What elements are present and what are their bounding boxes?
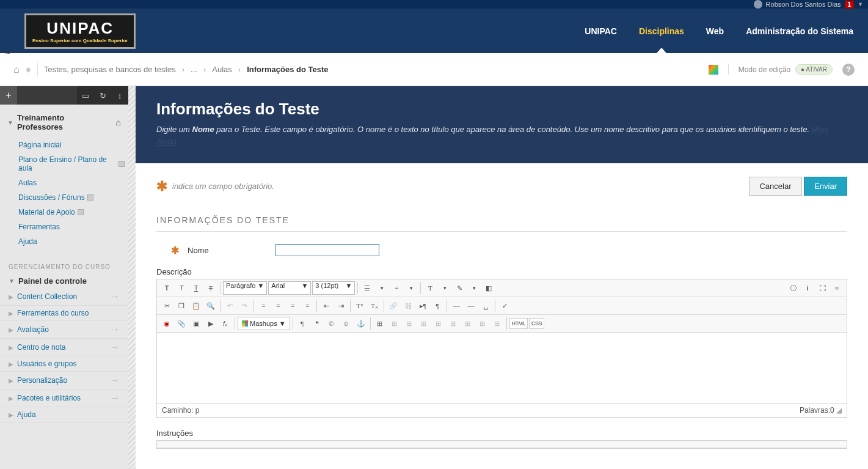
symbol-icon[interactable]: © bbox=[325, 317, 338, 330]
bold-icon[interactable]: T bbox=[160, 281, 173, 295]
course-home-icon[interactable]: ⌂ bbox=[116, 117, 121, 127]
html-button[interactable]: HTML bbox=[509, 318, 528, 329]
table-icon[interactable]: ⊞ bbox=[373, 317, 387, 330]
superscript-icon[interactable]: Tˣ bbox=[353, 299, 367, 312]
caret-down-icon[interactable]: ▼ bbox=[467, 281, 481, 295]
list-bullet-icon[interactable]: ☰ bbox=[360, 281, 374, 295]
paste-icon[interactable]: 📋 bbox=[189, 299, 203, 312]
mashups-button[interactable]: Mashups ▼ bbox=[238, 317, 290, 330]
cp-avaliacao[interactable]: ▶Avaliação→ bbox=[0, 321, 128, 339]
find-icon[interactable]: 🔍 bbox=[204, 299, 217, 312]
cp-content-collection[interactable]: ▶Content Collection→ bbox=[0, 288, 128, 306]
folder-icon[interactable]: ▭ bbox=[77, 86, 94, 105]
copy-icon[interactable]: ❐ bbox=[175, 299, 188, 312]
text-color-icon[interactable]: T bbox=[423, 281, 437, 295]
table-props-icon[interactable]: ⊞ bbox=[491, 317, 504, 330]
css-button[interactable]: CSS bbox=[529, 318, 544, 329]
breadcrumb-item[interactable]: Aulas bbox=[212, 65, 232, 74]
unlink-icon[interactable]: ⛓ bbox=[401, 299, 415, 312]
logo[interactable]: UNIPAC Ensino Superior com Qualidade Sup… bbox=[24, 13, 136, 49]
theme-icon[interactable] bbox=[709, 65, 718, 75]
strike-icon[interactable]: T bbox=[204, 281, 217, 295]
nav-web[interactable]: Web bbox=[704, 9, 726, 53]
name-input[interactable] bbox=[275, 244, 379, 256]
redo-icon[interactable]: ↷ bbox=[238, 299, 251, 312]
cancel-button[interactable]: Cancelar bbox=[749, 177, 801, 196]
record-icon[interactable]: ◉ bbox=[160, 317, 173, 330]
paragraph-select[interactable]: Parágrafo ▼ bbox=[223, 281, 267, 295]
font-select[interactable]: Arial ▼ bbox=[268, 281, 311, 295]
table-row-icon[interactable]: ⊞ bbox=[388, 317, 401, 330]
breadcrumb-item[interactable]: Testes, pesquisas e bancos de testes bbox=[44, 65, 176, 74]
formula-icon[interactable]: fₓ bbox=[219, 317, 232, 330]
dropdown-caret-icon[interactable]: ▼ bbox=[858, 1, 863, 7]
cut-icon[interactable]: ✂ bbox=[160, 299, 173, 312]
size-select[interactable]: 3 (12pt) ▼ bbox=[312, 281, 355, 295]
caret-down-icon[interactable]: ▼ bbox=[375, 281, 388, 295]
cp-ferramentas-curso[interactable]: ▶Ferramentas do curso bbox=[0, 306, 128, 321]
outdent-icon[interactable]: ⇤ bbox=[319, 299, 333, 312]
emoji-icon[interactable]: ☺ bbox=[340, 317, 353, 330]
menu-discussoes[interactable]: Discussões / Fóruns bbox=[15, 190, 128, 205]
breadcrumb-dropdown-icon[interactable]: ◉ bbox=[26, 66, 31, 73]
home-icon[interactable]: ⌂ bbox=[13, 64, 20, 75]
table-cell-icon[interactable]: ⊞ bbox=[417, 317, 431, 330]
resize-icon[interactable]: ◢ bbox=[836, 406, 842, 415]
table-del-col-icon[interactable]: ⊞ bbox=[476, 317, 489, 330]
editor-textarea[interactable] bbox=[157, 333, 847, 403]
hr-icon[interactable]: — bbox=[464, 299, 478, 312]
align-justify-icon[interactable]: ≡ bbox=[301, 299, 314, 312]
table-del-row-icon[interactable]: ⊞ bbox=[461, 317, 475, 330]
undo-icon[interactable]: ↶ bbox=[223, 299, 236, 312]
table-split-icon[interactable]: ⊞ bbox=[447, 317, 460, 330]
line-icon[interactable]: — bbox=[450, 299, 463, 312]
refresh-icon[interactable]: ↻ bbox=[94, 86, 111, 105]
menu-ajuda[interactable]: Ajuda bbox=[15, 234, 128, 249]
submit-button[interactable]: Enviar bbox=[804, 177, 847, 196]
cp-centro-nota[interactable]: ▶Centro de nota→ bbox=[0, 339, 128, 356]
edit-mode-toggle[interactable]: ● ATIVAR bbox=[795, 64, 833, 75]
image-icon[interactable]: ▣ bbox=[189, 317, 203, 330]
underline-icon[interactable]: T bbox=[189, 281, 203, 295]
reorder-icon[interactable]: ↕ bbox=[111, 86, 128, 105]
attach-icon[interactable]: 📎 bbox=[175, 317, 188, 330]
show-blocks-icon[interactable]: ¶ bbox=[296, 317, 309, 330]
menu-plano-ensino[interactable]: Plano de Ensino / Plano de aula bbox=[15, 152, 128, 175]
menu-material-apoio[interactable]: Material de Apoio bbox=[15, 205, 128, 220]
sidebar-resize-handle[interactable] bbox=[128, 86, 136, 469]
paragraph-icon[interactable]: ¶ bbox=[431, 299, 444, 312]
preview-icon[interactable]: 🖵 bbox=[786, 281, 800, 295]
user-name[interactable]: Robson Dos Santos Dias bbox=[766, 1, 841, 8]
fullscreen-icon[interactable]: ⛶ bbox=[815, 281, 829, 295]
caret-down-icon[interactable]: ▼ bbox=[404, 281, 418, 295]
indent-icon[interactable]: ⇥ bbox=[334, 299, 348, 312]
breadcrumb-item[interactable]: ... bbox=[191, 65, 197, 74]
highlight-icon[interactable]: ✎ bbox=[453, 281, 466, 295]
menu-aulas[interactable]: Aulas bbox=[15, 175, 128, 190]
menu-pagina-inicial[interactable]: Página inicial bbox=[15, 138, 128, 152]
eraser-icon[interactable]: ◧ bbox=[482, 281, 495, 295]
link-icon[interactable]: 🔗 bbox=[387, 299, 400, 312]
spellcheck-icon[interactable]: ✓ bbox=[498, 299, 511, 312]
align-left-icon[interactable]: ≡ bbox=[257, 299, 270, 312]
info-icon[interactable]: i bbox=[801, 281, 814, 295]
direction-icon[interactable]: ▸¶ bbox=[416, 299, 429, 312]
nbsp-icon[interactable]: ␣ bbox=[479, 299, 492, 312]
cp-usuarios-grupos[interactable]: ▶Usuários e grupos bbox=[0, 356, 128, 372]
italic-icon[interactable]: T bbox=[175, 281, 188, 295]
list-number-icon[interactable]: ≡ bbox=[390, 281, 403, 295]
caret-down-icon[interactable]: ▼ bbox=[438, 281, 451, 295]
table-col-icon[interactable]: ⊞ bbox=[403, 317, 416, 330]
notification-badge[interactable]: 1 bbox=[845, 1, 855, 9]
collapse-toolbar-icon[interactable]: ≈ bbox=[830, 281, 844, 295]
anchor-icon[interactable]: ⚓ bbox=[354, 317, 368, 330]
quote-icon[interactable]: ❝ bbox=[310, 317, 324, 330]
nav-unipac[interactable]: UNIPAC bbox=[582, 9, 619, 53]
cp-ajuda[interactable]: ▶Ajuda bbox=[0, 407, 128, 423]
subscript-icon[interactable]: Tₓ bbox=[368, 299, 381, 312]
align-center-icon[interactable]: ≡ bbox=[271, 299, 285, 312]
align-right-icon[interactable]: ≡ bbox=[286, 299, 299, 312]
nav-disciplinas[interactable]: Disciplinas bbox=[636, 9, 687, 53]
add-button[interactable]: + bbox=[0, 86, 17, 105]
cp-pacotes-utilitarios[interactable]: ▶Pacotes e utilitários→ bbox=[0, 390, 128, 407]
